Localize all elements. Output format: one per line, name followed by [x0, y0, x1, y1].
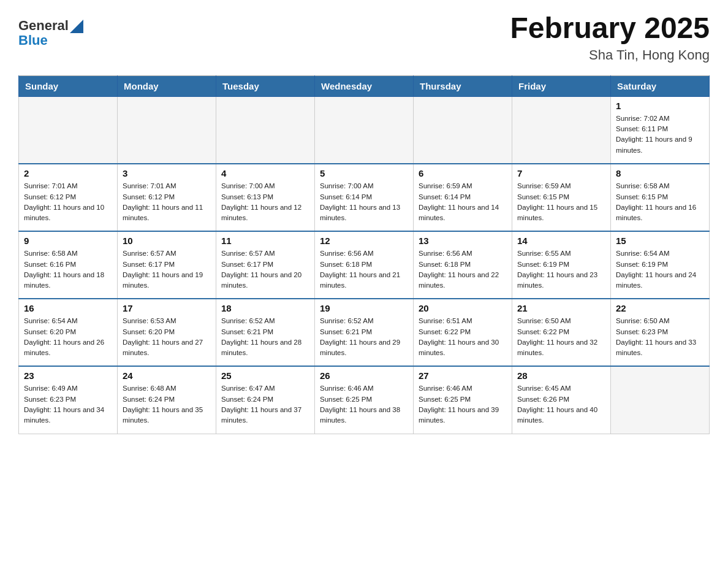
calendar-week-row: 23Sunrise: 6:49 AMSunset: 6:23 PMDayligh…	[19, 366, 710, 434]
calendar-cell: 22Sunrise: 6:50 AMSunset: 6:23 PMDayligh…	[611, 299, 710, 366]
calendar-cell: 2Sunrise: 7:01 AMSunset: 6:12 PMDaylight…	[19, 164, 118, 231]
calendar-cell: 6Sunrise: 6:59 AMSunset: 6:14 PMDaylight…	[414, 164, 512, 231]
calendar-day-header: Saturday	[611, 75, 710, 96]
calendar-cell: 23Sunrise: 6:49 AMSunset: 6:23 PMDayligh…	[19, 366, 118, 434]
calendar-cell	[118, 96, 216, 164]
day-info: Sunrise: 6:46 AMSunset: 6:25 PMDaylight:…	[419, 383, 507, 426]
day-info: Sunrise: 6:51 AMSunset: 6:22 PMDaylight:…	[419, 316, 507, 358]
day-number: 2	[24, 168, 112, 178]
day-number: 11	[221, 236, 309, 246]
calendar-day-header: Tuesday	[216, 75, 315, 96]
day-number: 21	[517, 303, 605, 313]
day-info: Sunrise: 6:52 AMSunset: 6:21 PMDaylight:…	[320, 316, 408, 358]
day-info: Sunrise: 6:54 AMSunset: 6:20 PMDaylight:…	[24, 316, 112, 358]
calendar-cell	[315, 96, 414, 164]
day-number: 17	[123, 303, 211, 313]
day-number: 8	[616, 168, 704, 178]
day-number: 12	[320, 236, 408, 246]
day-info: Sunrise: 7:00 AMSunset: 6:14 PMDaylight:…	[320, 181, 408, 223]
calendar-cell: 13Sunrise: 6:56 AMSunset: 6:18 PMDayligh…	[414, 231, 512, 299]
calendar-cell: 19Sunrise: 6:52 AMSunset: 6:21 PMDayligh…	[315, 299, 414, 366]
day-number: 27	[419, 370, 507, 381]
day-info: Sunrise: 6:53 AMSunset: 6:20 PMDaylight:…	[123, 316, 211, 358]
day-number: 22	[616, 303, 704, 313]
day-info: Sunrise: 6:50 AMSunset: 6:23 PMDaylight:…	[616, 316, 704, 358]
day-number: 25	[221, 370, 309, 381]
calendar-week-row: 9Sunrise: 6:58 AMSunset: 6:16 PMDaylight…	[19, 231, 710, 299]
day-info: Sunrise: 6:59 AMSunset: 6:15 PMDaylight:…	[517, 181, 605, 223]
month-title: February 2025	[510, 12, 710, 45]
day-number: 18	[221, 303, 309, 313]
calendar-cell: 26Sunrise: 6:46 AMSunset: 6:25 PMDayligh…	[315, 366, 414, 434]
day-info: Sunrise: 6:56 AMSunset: 6:18 PMDaylight:…	[419, 248, 507, 291]
calendar-day-header: Thursday	[414, 75, 512, 96]
calendar-cell: 24Sunrise: 6:48 AMSunset: 6:24 PMDayligh…	[118, 366, 216, 434]
day-info: Sunrise: 6:56 AMSunset: 6:18 PMDaylight:…	[320, 248, 408, 291]
calendar-week-row: 2Sunrise: 7:01 AMSunset: 6:12 PMDaylight…	[19, 164, 710, 231]
calendar-cell: 1Sunrise: 7:02 AMSunset: 6:11 PMDaylight…	[611, 96, 710, 164]
calendar-table: SundayMondayTuesdayWednesdayThursdayFrid…	[18, 75, 710, 434]
calendar-cell: 12Sunrise: 6:56 AMSunset: 6:18 PMDayligh…	[315, 231, 414, 299]
calendar-cell: 14Sunrise: 6:55 AMSunset: 6:19 PMDayligh…	[512, 231, 611, 299]
day-info: Sunrise: 6:48 AMSunset: 6:24 PMDaylight:…	[123, 383, 211, 426]
day-info: Sunrise: 6:47 AMSunset: 6:24 PMDaylight:…	[221, 383, 309, 426]
calendar-cell	[512, 96, 611, 164]
day-info: Sunrise: 6:46 AMSunset: 6:25 PMDaylight:…	[320, 383, 408, 426]
calendar-week-row: 1Sunrise: 7:02 AMSunset: 6:11 PMDaylight…	[19, 96, 710, 164]
calendar-cell: 28Sunrise: 6:45 AMSunset: 6:26 PMDayligh…	[512, 366, 611, 434]
day-info: Sunrise: 7:00 AMSunset: 6:13 PMDaylight:…	[221, 181, 309, 223]
calendar-cell: 9Sunrise: 6:58 AMSunset: 6:16 PMDaylight…	[19, 231, 118, 299]
calendar-cell: 27Sunrise: 6:46 AMSunset: 6:25 PMDayligh…	[414, 366, 512, 434]
calendar-day-header: Sunday	[19, 75, 118, 96]
day-number: 10	[123, 236, 211, 246]
day-info: Sunrise: 6:52 AMSunset: 6:21 PMDaylight:…	[221, 316, 309, 358]
day-number: 15	[616, 236, 704, 246]
logo-triangle-icon	[70, 20, 83, 33]
day-info: Sunrise: 7:02 AMSunset: 6:11 PMDaylight:…	[616, 113, 704, 156]
title-section: February 2025 Sha Tin, Hong Kong	[510, 12, 710, 63]
day-number: 23	[24, 370, 112, 381]
day-number: 13	[419, 236, 507, 246]
calendar-cell: 17Sunrise: 6:53 AMSunset: 6:20 PMDayligh…	[118, 299, 216, 366]
day-number: 14	[517, 236, 605, 246]
day-number: 3	[123, 168, 211, 178]
day-info: Sunrise: 7:01 AMSunset: 6:12 PMDaylight:…	[24, 181, 112, 223]
calendar-day-header: Friday	[512, 75, 611, 96]
calendar-cell: 7Sunrise: 6:59 AMSunset: 6:15 PMDaylight…	[512, 164, 611, 231]
day-info: Sunrise: 6:58 AMSunset: 6:16 PMDaylight:…	[24, 248, 112, 291]
calendar-cell: 5Sunrise: 7:00 AMSunset: 6:14 PMDaylight…	[315, 164, 414, 231]
day-info: Sunrise: 7:01 AMSunset: 6:12 PMDaylight:…	[123, 181, 211, 223]
calendar-cell: 16Sunrise: 6:54 AMSunset: 6:20 PMDayligh…	[19, 299, 118, 366]
location-subtitle: Sha Tin, Hong Kong	[510, 47, 710, 63]
day-info: Sunrise: 6:45 AMSunset: 6:26 PMDaylight:…	[517, 383, 605, 426]
day-info: Sunrise: 6:54 AMSunset: 6:19 PMDaylight:…	[616, 248, 704, 291]
calendar-week-row: 16Sunrise: 6:54 AMSunset: 6:20 PMDayligh…	[19, 299, 710, 366]
day-number: 4	[221, 168, 309, 178]
calendar-cell: 21Sunrise: 6:50 AMSunset: 6:22 PMDayligh…	[512, 299, 611, 366]
calendar-cell	[414, 96, 512, 164]
calendar-cell	[19, 96, 118, 164]
calendar-cell: 15Sunrise: 6:54 AMSunset: 6:19 PMDayligh…	[611, 231, 710, 299]
day-number: 26	[320, 370, 408, 381]
logo-blue-text: Blue	[18, 33, 83, 48]
calendar-cell: 4Sunrise: 7:00 AMSunset: 6:13 PMDaylight…	[216, 164, 315, 231]
day-number: 19	[320, 303, 408, 313]
calendar-cell: 3Sunrise: 7:01 AMSunset: 6:12 PMDaylight…	[118, 164, 216, 231]
day-number: 28	[517, 370, 605, 381]
day-number: 16	[24, 303, 112, 313]
day-number: 7	[517, 168, 605, 178]
day-number: 20	[419, 303, 507, 313]
logo-general-text: General	[18, 18, 69, 33]
day-number: 9	[24, 236, 112, 246]
calendar-day-header: Monday	[118, 75, 216, 96]
calendar-cell: 20Sunrise: 6:51 AMSunset: 6:22 PMDayligh…	[414, 299, 512, 366]
calendar-header-row: SundayMondayTuesdayWednesdayThursdayFrid…	[19, 75, 710, 96]
calendar-cell: 10Sunrise: 6:57 AMSunset: 6:17 PMDayligh…	[118, 231, 216, 299]
day-number: 6	[419, 168, 507, 178]
svg-marker-0	[70, 20, 83, 33]
day-info: Sunrise: 6:59 AMSunset: 6:14 PMDaylight:…	[419, 181, 507, 223]
day-info: Sunrise: 6:55 AMSunset: 6:19 PMDaylight:…	[517, 248, 605, 291]
page-header: General Blue February 2025 Sha Tin, Hong…	[18, 12, 710, 63]
day-number: 1	[616, 101, 704, 111]
calendar-cell: 11Sunrise: 6:57 AMSunset: 6:17 PMDayligh…	[216, 231, 315, 299]
